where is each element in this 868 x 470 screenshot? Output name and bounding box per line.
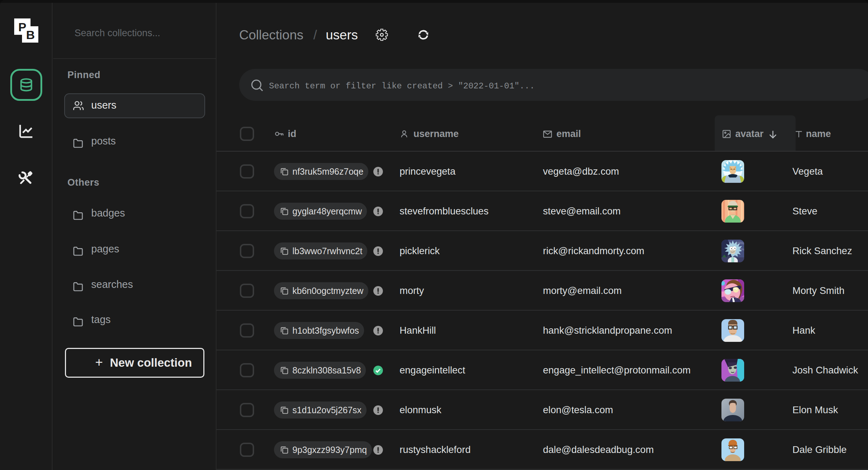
svg-text:B: B <box>26 28 35 42</box>
svg-text:P: P <box>18 20 27 34</box>
